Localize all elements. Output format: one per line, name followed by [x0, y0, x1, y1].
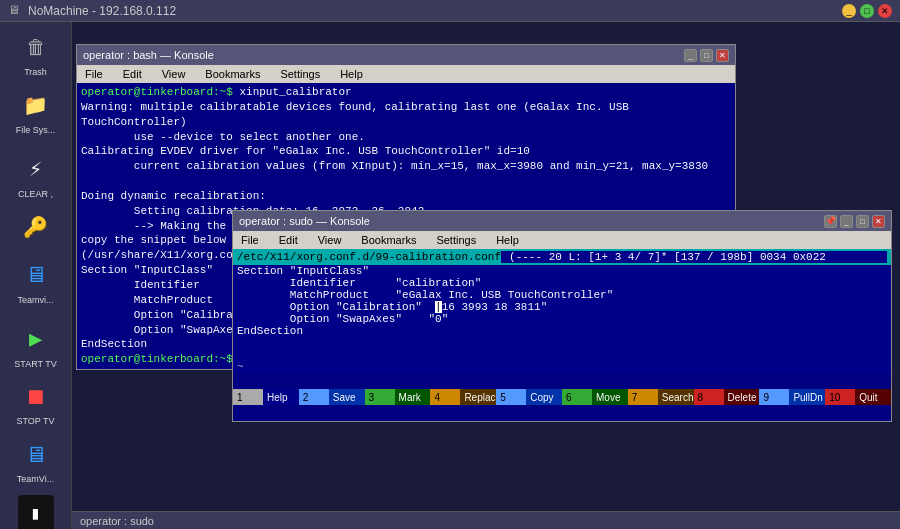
konsole2-title: operator : sudo — Konsole — [239, 215, 370, 227]
main-area: operator : bash — Konsole _ □ ✕ File Edi… — [72, 22, 900, 529]
app-titlebar: 🖥 NoMachine - 192.168.0.112 _ □ ✕ — [0, 0, 900, 22]
konsole2-minimize[interactable]: _ — [840, 215, 853, 228]
shortcut-save[interactable]: 2 Save — [299, 389, 365, 405]
sidebar-label-filesys: File Sys... — [16, 126, 56, 136]
sidebar-item-stoptv[interactable]: ⏹ STOP TV — [2, 375, 70, 431]
nano-filepath: /etc/X11/xorg.conf.d/99-calibration.conf… — [233, 249, 891, 265]
shortcut-pulldn[interactable]: 9 PullDn — [759, 389, 825, 405]
konsole1-menu-bookmarks[interactable]: Bookmarks — [201, 67, 264, 81]
terminal-line-1: Warning: multiple calibratable devices f… — [81, 100, 731, 130]
shortcut-delete[interactable]: 8 Delete — [694, 389, 760, 405]
key-icon: 🔑 — [18, 210, 54, 246]
close-button[interactable]: ✕ — [878, 4, 892, 18]
nano-line-0: Section "InputClass" — [237, 265, 887, 277]
konsole-icon: ▮ — [18, 495, 54, 529]
terminal-line-0: operator@tinkerboard:~$ xinput_calibrato… — [81, 85, 731, 100]
bottom-status-bar: operator : sudo — [72, 511, 900, 529]
nano-editor[interactable]: /etc/X11/xorg.conf.d/99-calibration.conf… — [233, 249, 891, 421]
konsole1-close[interactable]: ✕ — [716, 49, 729, 62]
filesys-icon: 📁 — [18, 88, 54, 124]
sidebar-label-starttv: START TV — [14, 360, 56, 370]
konsole2-menu-file[interactable]: File — [237, 233, 263, 247]
konsole1-menu-view[interactable]: View — [158, 67, 190, 81]
starttv-icon: ▶ — [18, 322, 54, 358]
nano-statusbar — [233, 373, 891, 389]
konsole2-close[interactable]: ✕ — [872, 215, 885, 228]
konsole2-menubar: File Edit View Bookmarks Settings Help — [233, 231, 891, 249]
clear-icon: ⚡ — [18, 152, 54, 188]
shortcut-move[interactable]: 6 Move — [562, 389, 628, 405]
shortcut-copy[interactable]: 5 Copy — [496, 389, 562, 405]
nano-line-7 — [237, 349, 887, 361]
terminal-line-3: Calibrating EVDEV driver for "eGalax Inc… — [81, 144, 731, 159]
konsole2-menu-edit[interactable]: Edit — [275, 233, 302, 247]
konsole1-minimize[interactable]: _ — [684, 49, 697, 62]
sidebar-label-trash: Trash — [24, 68, 47, 78]
sidebar-item-konsole[interactable]: ▮ Konsole — [2, 491, 70, 529]
sidebar-item-teamvi1[interactable]: 🖥 Teamvi... — [2, 254, 70, 310]
konsole2-controls: 📌 _ □ ✕ — [824, 215, 885, 228]
titlebar-controls: _ □ ✕ — [842, 4, 892, 18]
terminal-line-5 — [81, 174, 731, 189]
shortcut-replace[interactable]: 4 Replac — [430, 389, 496, 405]
sidebar-label-stoptv: STOP TV — [16, 417, 54, 427]
nano-line-2: MatchProduct "eGalax Inc. USB TouchContr… — [237, 289, 887, 301]
nano-line-3: Option "Calibration" |16 3993 18 3811" — [237, 301, 887, 313]
konsole1-menubar: File Edit View Bookmarks Settings Help — [77, 65, 735, 83]
nano-line-5: EndSection — [237, 325, 887, 337]
konsole1-titlebar[interactable]: operator : bash — Konsole _ □ ✕ — [77, 45, 735, 65]
stoptv-icon: ⏹ — [18, 379, 54, 415]
konsole2-pin[interactable]: 📌 — [824, 215, 837, 228]
konsole2-titlebar[interactable]: operator : sudo — Konsole 📌 _ □ ✕ — [233, 211, 891, 231]
sidebar-item-key[interactable]: 🔑 — [2, 206, 70, 252]
konsole1-controls: _ □ ✕ — [684, 49, 729, 62]
konsole1-menu-settings[interactable]: Settings — [276, 67, 324, 81]
konsole2-menu-settings[interactable]: Settings — [432, 233, 480, 247]
terminal-line-4: current calibration values (from XInput)… — [81, 159, 731, 174]
trash-icon: 🗑 — [18, 30, 54, 66]
konsole2-menu-help[interactable]: Help — [492, 233, 523, 247]
shortcut-search[interactable]: 7 Search — [628, 389, 694, 405]
konsole2-maximize[interactable]: □ — [856, 215, 869, 228]
nano-line-1: Identifier "calibration" — [237, 277, 887, 289]
konsole1-title: operator : bash — Konsole — [83, 49, 214, 61]
sidebar-item-filesys[interactable]: 📁 File Sys... — [2, 84, 70, 140]
shortcut-quit[interactable]: 10 Quit — [825, 389, 891, 405]
maximize-button[interactable]: □ — [860, 4, 874, 18]
terminal-line-2: use --device to select another one. — [81, 130, 731, 145]
app-title: NoMachine - 192.168.0.112 — [28, 4, 176, 18]
konsole1-menu-file[interactable]: File — [81, 67, 107, 81]
shortcut-help[interactable]: 1 Help — [233, 389, 299, 405]
sidebar-label-clear: CLEAR , — [18, 190, 53, 200]
teamvi1-icon: 🖥 — [18, 258, 54, 294]
konsole1-maximize[interactable]: □ — [700, 49, 713, 62]
shortcut-mark[interactable]: 3 Mark — [365, 389, 431, 405]
nano-content[interactable]: Section "InputClass" Identifier "calibra… — [233, 265, 891, 373]
sidebar-item-starttv[interactable]: ▶ START TV — [2, 318, 70, 374]
sidebar-item-trash[interactable]: 🗑 Trash — [2, 26, 70, 82]
konsole1-menu-help[interactable]: Help — [336, 67, 367, 81]
konsole2-window: operator : sudo — Konsole 📌 _ □ ✕ File E… — [232, 210, 892, 422]
terminal-line-6: Doing dynamic recalibration: — [81, 189, 731, 204]
konsole2-menu-view[interactable]: View — [314, 233, 346, 247]
konsole2-menu-bookmarks[interactable]: Bookmarks — [357, 233, 420, 247]
sidebar-item-teamvi2[interactable]: 🖥 TeamVi... — [2, 433, 70, 489]
konsole1-menu-edit[interactable]: Edit — [119, 67, 146, 81]
bottom-status-text: operator : sudo — [80, 515, 154, 527]
nano-shortcuts: 1 Help 2 Save 3 Mark 4 Replac 5 Copy — [233, 389, 891, 421]
nano-cursor: ~ — [237, 361, 887, 373]
sidebar-item-clear[interactable]: ⚡ CLEAR , — [2, 148, 70, 204]
sidebar-label-teamvi2: TeamVi... — [17, 475, 54, 485]
sidebar-label-teamvi1: Teamvi... — [17, 296, 53, 306]
teamvi2-icon: 🖥 — [18, 437, 54, 473]
nano-line-6 — [237, 337, 887, 349]
nano-line-4: Option "SwapAxes" "0" — [237, 313, 887, 325]
sidebar: 🗑 Trash 📁 File Sys... ⚡ CLEAR , 🔑 🖥 Team… — [0, 22, 72, 529]
minimize-button[interactable]: _ — [842, 4, 856, 18]
app-icon: 🖥 — [8, 3, 20, 18]
